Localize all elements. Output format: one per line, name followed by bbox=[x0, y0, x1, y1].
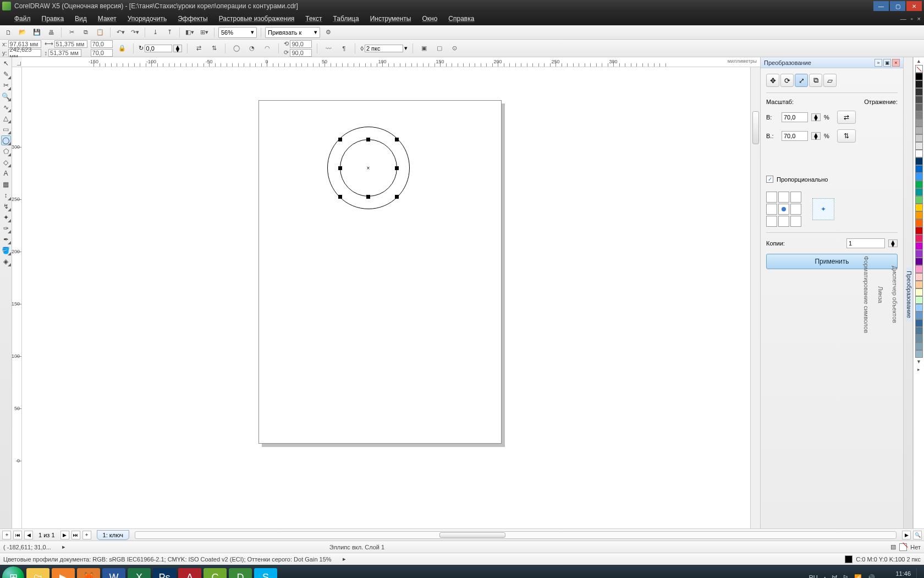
mirror-h-button[interactable]: ⇄ bbox=[193, 42, 205, 54]
new-button[interactable]: 🗋 bbox=[2, 26, 14, 39]
docker-tab-1[interactable]: Диспетчер объектов bbox=[892, 263, 898, 326]
smart-fill-tool[interactable]: △ bbox=[1, 113, 11, 123]
outline-width-input[interactable]: 2 пкс bbox=[365, 45, 403, 52]
menu-растровые изображения[interactable]: Растровые изображения bbox=[213, 12, 300, 25]
crop-tool[interactable]: ✂ bbox=[1, 80, 11, 90]
end-angle-input[interactable]: 90,0 bbox=[290, 49, 312, 57]
acrobat-icon[interactable]: A bbox=[178, 568, 201, 578]
scalex-input[interactable]: 70,0 bbox=[91, 40, 113, 48]
mirror-v-button[interactable]: ⇅ bbox=[208, 42, 220, 54]
swatch-11[interactable] bbox=[915, 157, 923, 165]
menu-таблица[interactable]: Таблица bbox=[328, 12, 365, 25]
app-launcher-button[interactable]: ◧▾ bbox=[184, 26, 196, 39]
prev-page-button[interactable]: ◀ bbox=[24, 531, 33, 539]
swatch-33[interactable] bbox=[915, 327, 923, 335]
palette-down[interactable]: ▼ bbox=[914, 358, 924, 366]
swatch-26[interactable] bbox=[915, 273, 923, 281]
swatch-35[interactable] bbox=[915, 342, 923, 350]
export-button[interactable]: ⤒ bbox=[163, 26, 175, 39]
dreamweaver-icon[interactable]: D bbox=[229, 568, 252, 578]
explorer-icon[interactable]: 🗂 bbox=[26, 568, 50, 578]
excel-icon[interactable]: X bbox=[128, 568, 151, 578]
swatch-16[interactable] bbox=[915, 196, 923, 204]
media-player-icon[interactable]: ▶ bbox=[52, 568, 75, 578]
open-button[interactable]: 📂 bbox=[16, 26, 29, 39]
word-icon[interactable]: W bbox=[102, 568, 125, 578]
swatch-9[interactable] bbox=[915, 142, 923, 150]
tray-volume-icon[interactable]: 🔊 bbox=[867, 574, 875, 579]
mirror-v-btn[interactable]: ⇅ bbox=[837, 129, 856, 143]
handle-n[interactable] bbox=[366, 138, 370, 141]
tray-flag-icon[interactable]: 🏳 bbox=[843, 574, 849, 578]
basic-shapes-tool[interactable]: ◇ bbox=[1, 157, 11, 167]
tray-bf-icon[interactable]: bf bbox=[832, 574, 837, 578]
outline-tool[interactable]: ✒ bbox=[1, 235, 11, 244]
mdi-restore[interactable]: ▫ bbox=[911, 15, 913, 22]
scaley-input[interactable]: 70,0 bbox=[91, 49, 113, 57]
next-page-button[interactable]: ▶ bbox=[61, 531, 69, 539]
start-angle-input[interactable]: 90,0 bbox=[290, 40, 312, 48]
docker-collapse-button[interactable]: » bbox=[875, 59, 882, 67]
wrap-text-button[interactable]: ¶ bbox=[338, 42, 350, 54]
rotate-tab[interactable]: ⟳ bbox=[780, 74, 794, 87]
swatch-19[interactable] bbox=[915, 219, 923, 227]
convert-button[interactable]: ⊙ bbox=[449, 42, 461, 54]
swatch-2[interactable] bbox=[915, 88, 923, 96]
coords-more-icon[interactable]: ▸ bbox=[62, 543, 65, 550]
swatch-21[interactable] bbox=[915, 235, 923, 242]
horizontal-ruler[interactable]: миллиметры -150-100-50050100150200250300 bbox=[22, 57, 760, 67]
start-button[interactable]: ⊞ bbox=[2, 566, 24, 578]
swatch-15[interactable] bbox=[915, 188, 923, 196]
proportional-checkbox[interactable]: ✓ Пропорционально bbox=[766, 176, 898, 183]
undo-button[interactable]: ↶▾ bbox=[114, 26, 127, 39]
menu-макет[interactable]: Макет bbox=[92, 12, 122, 25]
menu-инструменты[interactable]: Инструменты bbox=[365, 12, 417, 25]
outline-swatch[interactable] bbox=[845, 555, 853, 563]
copy-button[interactable]: ⧉ bbox=[80, 26, 92, 39]
palette-flyout[interactable]: ▸ bbox=[914, 366, 924, 373]
swatch-18[interactable] bbox=[915, 211, 923, 219]
docker-tab-3[interactable]: Форматирование символов bbox=[863, 253, 870, 336]
first-page-button[interactable]: ⏮ bbox=[13, 531, 22, 539]
menu-вид[interactable]: Вид bbox=[69, 12, 92, 25]
maximize-button[interactable]: ▢ bbox=[890, 1, 905, 11]
menu-справка[interactable]: Справка bbox=[443, 12, 480, 25]
language-indicator[interactable]: RU bbox=[809, 574, 818, 578]
firefox-icon[interactable]: 🦊 bbox=[77, 568, 100, 578]
to-front-button[interactable]: ▣ bbox=[418, 42, 430, 54]
add-page-button[interactable]: ＋ bbox=[2, 531, 11, 539]
swatch-31[interactable] bbox=[915, 312, 923, 319]
menu-текст[interactable]: Текст bbox=[300, 12, 327, 25]
swatch-27[interactable] bbox=[915, 281, 923, 288]
redo-button[interactable]: ↷▾ bbox=[129, 26, 141, 39]
mirror-h-btn[interactable]: ⇄ bbox=[837, 111, 856, 124]
snap-combo[interactable]: Привязать к▾ bbox=[265, 27, 320, 38]
swatch-20[interactable] bbox=[915, 227, 923, 235]
scale-w-input[interactable]: 70,0 bbox=[782, 112, 808, 122]
options-button[interactable]: ⚙ bbox=[322, 26, 334, 39]
swatch-none[interactable] bbox=[915, 65, 923, 73]
handle-s[interactable] bbox=[366, 195, 370, 199]
paste-button[interactable]: 📋 bbox=[94, 26, 106, 39]
swatch-32[interactable] bbox=[915, 319, 923, 327]
apply-button[interactable]: Применить bbox=[766, 254, 898, 269]
interactive-tool[interactable]: ✦ bbox=[1, 212, 11, 222]
photoshop-icon[interactable]: Ps bbox=[153, 568, 176, 578]
skype-icon[interactable]: S bbox=[254, 568, 277, 578]
clock[interactable]: 11:46 26.02.2013 bbox=[881, 570, 911, 578]
handle-e[interactable] bbox=[395, 166, 399, 170]
menu-правка[interactable]: Правка bbox=[36, 12, 70, 25]
fill-swatch[interactable] bbox=[899, 543, 907, 551]
handle-sw[interactable] bbox=[338, 195, 342, 199]
scale-tab[interactable]: ⤢ bbox=[795, 74, 808, 87]
swatch-29[interactable] bbox=[915, 296, 923, 304]
interactive-fill-tool[interactable]: ◈ bbox=[1, 257, 11, 266]
last-page-button[interactable]: ⏭ bbox=[72, 531, 80, 539]
fill-preview-icon[interactable]: ▧ bbox=[890, 543, 896, 550]
width-input[interactable]: 51,375 мм bbox=[54, 40, 87, 48]
close-button[interactable]: ✕ bbox=[906, 1, 922, 11]
minimize-button[interactable]: — bbox=[873, 1, 889, 11]
swatch-30[interactable] bbox=[915, 304, 923, 312]
tray-expand-icon[interactable]: ▴ bbox=[823, 574, 827, 579]
scroll-right-button[interactable]: ▶ bbox=[902, 531, 911, 539]
